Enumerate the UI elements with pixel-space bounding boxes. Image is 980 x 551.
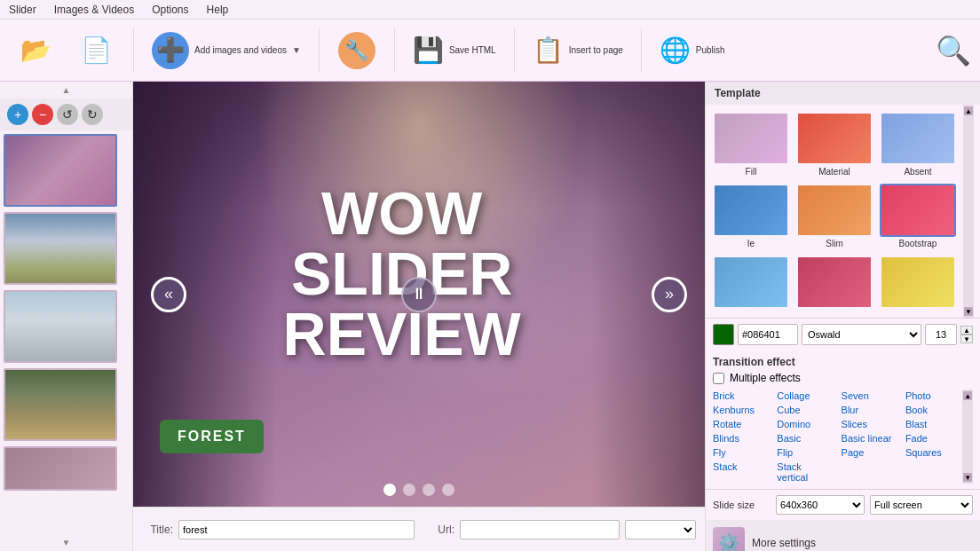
transition-page[interactable]: Page: [842, 446, 898, 459]
template-bootstrap-label: Bootstrap: [899, 239, 937, 248]
transition-fly[interactable]: Fly: [713, 446, 770, 459]
thumbnail-2[interactable]: [4, 212, 117, 285]
template-r9[interactable]: [878, 254, 958, 312]
transition-scrollbar[interactable]: ▲ ▼: [962, 390, 973, 484]
font-size-up[interactable]: ▲: [960, 326, 973, 335]
transition-stack-vertical[interactable]: Stack vertical: [777, 460, 834, 484]
template-scroll-down[interactable]: ▼: [964, 307, 973, 316]
slide-dot-1[interactable]: [383, 484, 396, 496]
transition-basic-linear[interactable]: Basic linear: [842, 432, 898, 445]
transition-blast[interactable]: Blast: [905, 418, 962, 430]
transition-brick[interactable]: Brick: [713, 390, 770, 402]
color-swatch[interactable]: [713, 324, 734, 345]
slide-dot-4[interactable]: [442, 484, 454, 496]
nav-prev-button[interactable]: «: [151, 277, 186, 312]
divider-2: [319, 28, 320, 73]
publish-button[interactable]: 🌐 Publish: [652, 32, 732, 68]
rotate-left-button[interactable]: ↺: [57, 104, 78, 125]
thumbnail-3[interactable]: [4, 290, 117, 363]
transition-fade[interactable]: Fade: [905, 432, 962, 445]
thumbnail-scroll[interactable]: [0, 130, 132, 534]
template-slim-label: Slim: [826, 239, 842, 248]
template-absent[interactable]: Absent: [878, 110, 958, 178]
transition-photo[interactable]: Photo: [905, 390, 962, 402]
transition-basic[interactable]: Basic: [777, 432, 834, 445]
slide-dot-3[interactable]: [423, 484, 435, 496]
transition-seven[interactable]: Seven: [842, 390, 898, 402]
template-material[interactable]: Material: [794, 110, 874, 178]
menu-options[interactable]: Options: [152, 4, 188, 16]
transition-blur[interactable]: Blur: [842, 404, 898, 416]
template-r7[interactable]: [711, 254, 791, 312]
scroll-down-arrow[interactable]: ▼: [0, 534, 132, 551]
font-size-down[interactable]: ▼: [960, 335, 973, 343]
transition-domino[interactable]: Domino: [777, 418, 834, 430]
right-panel: Template Fill Material: [705, 82, 980, 551]
new-button[interactable]: 📄: [69, 31, 122, 70]
more-settings-label[interactable]: More settings: [752, 537, 816, 549]
url-target-select[interactable]: [625, 520, 696, 539]
font-select[interactable]: Oswald: [802, 324, 921, 345]
thumbnail-panel: ▲ + − ↺ ↻: [0, 82, 133, 551]
add-slide-button[interactable]: +: [7, 104, 28, 125]
rotate-right-button[interactable]: ↻: [82, 104, 103, 125]
options-button[interactable]: 🔧: [330, 28, 383, 73]
scroll-up-arrow[interactable]: ▲: [0, 82, 132, 98]
transition-slices[interactable]: Slices: [842, 418, 898, 430]
save-html-button[interactable]: 💾 Save HTML: [406, 32, 503, 68]
transition-blinds[interactable]: Blinds: [713, 432, 770, 445]
slide-size-row: Slide size 640x360 Full screen: [706, 489, 980, 520]
transition-section: Transition effect Multiple effects Brick…: [706, 350, 980, 489]
search-icon[interactable]: 🔍: [936, 34, 971, 67]
menu-slider[interactable]: Slider: [9, 4, 36, 16]
template-r7-thumb: [713, 256, 789, 309]
thumbnail-1[interactable]: [4, 134, 117, 207]
remove-slide-button[interactable]: −: [32, 104, 53, 125]
slide-dot-2[interactable]: [403, 484, 415, 496]
color-input[interactable]: [738, 324, 798, 345]
template-scrollbar[interactable]: ▲ ▼: [963, 105, 974, 318]
transition-cube[interactable]: Cube: [777, 404, 834, 416]
fullscreen-select[interactable]: Full screen: [870, 495, 973, 515]
thumbnail-4[interactable]: [4, 368, 117, 441]
transition-squares[interactable]: Squares: [905, 446, 962, 459]
nav-next-button[interactable]: »: [652, 277, 687, 312]
template-fill[interactable]: Fill: [711, 110, 791, 178]
transition-stack[interactable]: Stack: [713, 460, 770, 484]
add-images-dropdown-icon[interactable]: ▼: [292, 45, 301, 55]
transition-grid-wrapper: Brick Collage Seven Photo Kenburns Cube …: [713, 390, 973, 484]
slide-title-text: WOW SLIDER REVIEW: [250, 183, 553, 364]
template-slim-thumb: [796, 184, 873, 237]
multiple-effects-checkbox[interactable]: [713, 373, 724, 384]
pause-button[interactable]: ⏸: [401, 277, 437, 312]
font-size-input[interactable]: [925, 324, 957, 345]
transition-scroll-down[interactable]: ▼: [963, 473, 972, 482]
thumbnail-5[interactable]: [4, 446, 117, 491]
template-scroll-up[interactable]: ▲: [964, 106, 973, 115]
transition-grid: Brick Collage Seven Photo Kenburns Cube …: [713, 390, 962, 484]
transition-scroll-up[interactable]: ▲: [963, 391, 972, 400]
open-button[interactable]: 📂: [9, 31, 62, 70]
template-bootstrap[interactable]: Bootstrap: [878, 182, 958, 250]
url-input[interactable]: [460, 520, 620, 539]
slide-size-select[interactable]: 640x360: [776, 495, 865, 515]
insert-to-page-button[interactable]: 📋 Insert to page: [526, 32, 630, 68]
main-layout: ▲ + − ↺ ↻: [0, 82, 980, 551]
transition-rotate[interactable]: Rotate: [713, 418, 770, 430]
slide-size-label: Slide size: [713, 500, 771, 510]
divider-3: [394, 28, 395, 73]
template-absent-thumb: [880, 112, 956, 165]
transition-flip[interactable]: Flip: [777, 446, 834, 459]
template-r8[interactable]: [794, 254, 874, 312]
template-ie-bg: [715, 185, 787, 235]
transition-collage[interactable]: Collage: [777, 390, 834, 402]
slide-background: WOW SLIDER REVIEW FOREST « » ⏸: [133, 82, 705, 507]
transition-kenburns[interactable]: Kenburns: [713, 404, 770, 416]
transition-book[interactable]: Book: [905, 404, 962, 416]
template-ie[interactable]: Ie: [711, 182, 791, 250]
template-slim[interactable]: Slim: [794, 182, 874, 250]
menu-help[interactable]: Help: [207, 4, 229, 16]
add-images-button[interactable]: ➕ Add images and videos ▼: [145, 28, 308, 73]
menu-images-videos[interactable]: Images & Videos: [54, 4, 135, 16]
title-input[interactable]: [178, 520, 415, 539]
